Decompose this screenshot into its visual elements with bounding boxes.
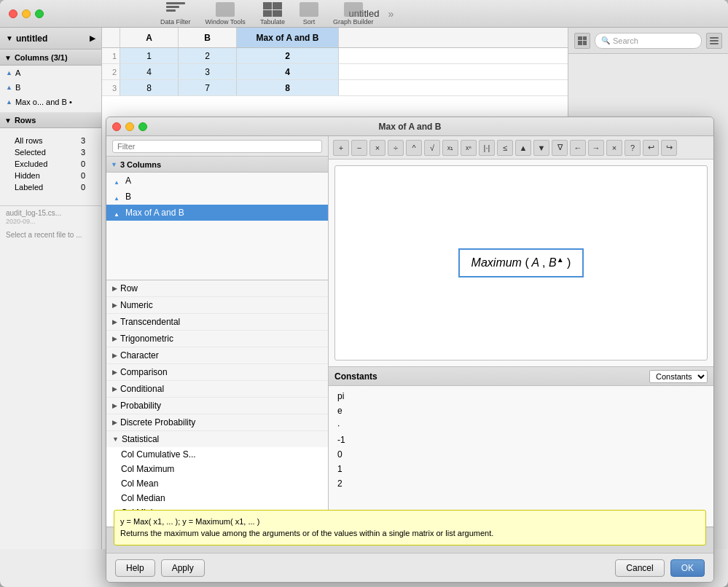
col-item-b-label: B	[125, 192, 131, 202]
ftb-power[interactable]: ^	[406, 140, 422, 156]
ok-button[interactable]: OK	[670, 559, 705, 577]
ftb-left[interactable]: ←	[570, 140, 586, 156]
sidebar-title[interactable]: ▼ untitled ▶	[0, 28, 101, 50]
fn-category-header[interactable]: ▶Conditional	[106, 381, 328, 397]
ftb-minus[interactable]: −	[351, 140, 367, 156]
ftb-help[interactable]: ?	[625, 140, 641, 156]
dialog-close-button[interactable]	[112, 122, 121, 131]
fn-item[interactable]: Col Median	[106, 491, 328, 505]
columns-section-label: Columns (3/1)	[15, 53, 68, 62]
rows-stats: All rows3Selected3Excluded0Hidden0Labele…	[0, 128, 101, 200]
ftb-up[interactable]: ▲	[515, 140, 531, 156]
ftb-delete[interactable]: ×	[606, 140, 622, 156]
title-bar: untitled Data Filter Window Tools	[0, 0, 728, 28]
dialog-traffic-lights	[112, 122, 147, 131]
col-header-b[interactable]: B	[179, 28, 237, 47]
col-header-max[interactable]: Max of A and B	[237, 28, 339, 47]
toolbar-data-filter[interactable]: Data Filter	[160, 2, 191, 25]
ftb-superscript[interactable]: xⁿ	[461, 140, 477, 156]
fn-category-header[interactable]: ▶Trigonometric	[106, 331, 328, 347]
col-item-max[interactable]: Max of A and B	[106, 205, 328, 221]
ftb-multiply[interactable]: ×	[369, 140, 385, 156]
traffic-lights	[9, 9, 44, 18]
fn-item[interactable]: Col Mean	[106, 476, 328, 491]
constant-item[interactable]: e	[329, 403, 713, 418]
apply-button[interactable]: Apply	[161, 559, 205, 577]
minimize-button[interactable]	[22, 9, 31, 18]
formula-expression[interactable]: Maximum ( A , B▲ )	[458, 248, 584, 277]
fn-category-header[interactable]: ▶Comparison	[106, 364, 328, 380]
filter-input[interactable]	[112, 140, 322, 153]
footer-right-buttons: Cancel OK	[615, 559, 705, 577]
ftb-gradient[interactable]: ∇	[552, 140, 568, 156]
toolbar-more[interactable]: »	[388, 8, 394, 20]
toolbar-window-tools-label: Window Tools	[206, 18, 246, 25]
ftb-sqrt[interactable]: √	[424, 140, 440, 156]
toolbar-data-filter-label: Data Filter	[160, 18, 191, 25]
fn-category-header[interactable]: ▼Statistical	[106, 431, 328, 447]
dialog-minimize-button[interactable]	[125, 122, 134, 131]
ftb-down[interactable]: ▼	[533, 140, 549, 156]
toolbar-tabulate-label: Tabulate	[260, 18, 285, 25]
fn-item[interactable]: Col Cumulative S...	[106, 447, 328, 462]
ftb-divide[interactable]: ÷	[388, 140, 404, 156]
table-row: 3 8 7 8	[102, 80, 568, 96]
col-header-a[interactable]: A	[120, 28, 179, 47]
functions-list: ▶Row▶Numeric▶Transcendental▶Trigonometri…	[106, 280, 328, 527]
fn-category: ▶Comparison	[106, 364, 328, 381]
constant-item[interactable]: -1	[329, 433, 713, 447]
constant-item[interactable]: 1	[329, 462, 713, 476]
ftb-redo[interactable]: ↪	[661, 140, 677, 156]
fn-cat-label: Row	[120, 283, 138, 294]
col-item-b[interactable]: B	[106, 189, 328, 205]
close-button[interactable]	[9, 9, 17, 18]
maximize-button[interactable]	[35, 9, 44, 18]
right-list-icon[interactable]	[706, 33, 722, 49]
fn-category: ▶Transcendental	[106, 314, 328, 331]
fn-item[interactable]: Col Maximum	[106, 462, 328, 476]
ftb-undo[interactable]: ↩	[643, 140, 659, 156]
formula-display-area[interactable]: Maximum ( A , B▲ )	[334, 165, 708, 361]
fn-cat-label: Comparison	[120, 367, 168, 377]
fn-category-header[interactable]: ▶Row	[106, 280, 328, 296]
help-button[interactable]: Help	[115, 559, 155, 577]
ftb-subscript[interactable]: x₁	[442, 140, 458, 156]
recent-file: audit_log-15.cs... 2020-09...	[0, 205, 101, 228]
fn-category-header[interactable]: ▶Numeric	[106, 297, 328, 313]
cancel-button[interactable]: Cancel	[615, 559, 664, 577]
rows-section-header[interactable]: ▼ Rows	[0, 112, 101, 128]
sidebar-col-a[interactable]: ▲ A	[0, 66, 101, 80]
rows-stat-row: Hidden0	[13, 170, 88, 181]
table-row: 2 4 3 4	[102, 64, 568, 80]
dialog-maximize-button[interactable]	[138, 122, 147, 131]
ftb-add[interactable]: +	[333, 140, 349, 156]
constant-item[interactable]: ·	[329, 418, 713, 433]
toolbar-sort[interactable]: Sort	[300, 2, 318, 25]
fn-cat-label: Discrete Probability	[120, 417, 195, 428]
fn-category-header[interactable]: ▶Discrete Probability	[106, 414, 328, 430]
constant-item[interactable]: pi	[329, 389, 713, 403]
fn-category-header[interactable]: ▶Transcendental	[106, 314, 328, 330]
ftb-abs[interactable]: |·|	[479, 140, 495, 156]
toolbar-tabulate[interactable]: Tabulate	[260, 2, 285, 25]
toolbar-graph-builder[interactable]: Graph Builder	[333, 2, 374, 25]
fn-category-header[interactable]: ▶Character	[106, 347, 328, 363]
sidebar-arrow: ▶	[90, 34, 95, 42]
ftb-leq[interactable]: ≤	[497, 140, 513, 156]
col-item-a[interactable]: A	[106, 173, 328, 189]
ftb-right[interactable]: →	[588, 140, 604, 156]
dialog-body: ▼ 3 Columns A B Max of A and B	[106, 136, 713, 527]
rows-stat-row: Excluded0	[13, 159, 88, 169]
columns-section-header[interactable]: ▼ Columns (3/1)	[0, 50, 101, 66]
right-grid-icon[interactable]	[574, 33, 590, 49]
constant-item[interactable]: 2	[329, 476, 713, 491]
constants-select[interactable]: Constants	[649, 370, 708, 383]
fn-category-header[interactable]: ▶Probability	[106, 398, 328, 414]
sidebar-col-b[interactable]: ▲ B	[0, 80, 101, 95]
toolbar-window-tools[interactable]: Window Tools	[206, 2, 246, 25]
dialog-footer: Help Apply Cancel OK	[106, 553, 713, 582]
constant-item[interactable]: 0	[329, 447, 713, 462]
function-tooltip: y = Max( x1, ... ); y = Maximum( x1, ...…	[114, 510, 706, 527]
search-box[interactable]: 🔍 Search	[595, 33, 702, 49]
sidebar-col-max[interactable]: ▲ Max o... and B •	[0, 95, 101, 109]
